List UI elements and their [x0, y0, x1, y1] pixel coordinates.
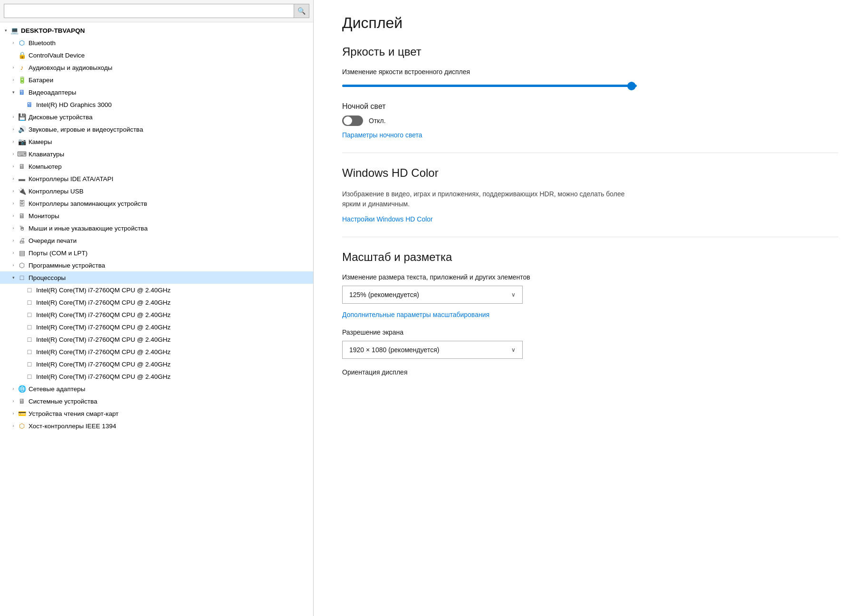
- tree-item-system_dev[interactable]: › 🖥 Системные устройства: [0, 395, 313, 407]
- tree-item-battery[interactable]: › 🔋 Батареи: [0, 74, 313, 86]
- device-icon: 🔋: [17, 75, 27, 85]
- expander-icon: ›: [10, 152, 17, 156]
- tree-item-cpu7[interactable]: □ Intel(R) Core(TM) i7-2760QM CPU @ 2.40…: [0, 358, 313, 370]
- hdr-settings-link[interactable]: Настройки Windows HD Color: [342, 215, 433, 223]
- tree-item-audio[interactable]: › ♪ Аудиовходы и аудиовыходы: [0, 61, 313, 74]
- resolution-dropdown-chevron: ∨: [511, 346, 516, 353]
- tree-item-ide[interactable]: › ▬ Контроллеры IDE ATA/ATAPI: [0, 173, 313, 185]
- resolution-label: Разрешение экрана: [342, 328, 838, 336]
- device-label: Очереди печати: [29, 237, 311, 244]
- device-label: Мыши и иные указывающие устройства: [29, 225, 311, 232]
- device-icon: 🔌: [17, 186, 27, 196]
- device-icon: 💻: [10, 26, 19, 35]
- device-label: Видеоадаптеры: [29, 89, 311, 96]
- device-icon: ⬡: [17, 421, 27, 431]
- device-label: Контроллеры запоминающих устройств: [29, 200, 311, 207]
- device-icon: ⌨: [17, 149, 27, 159]
- expander-icon: ›: [10, 139, 17, 144]
- tree-item-root[interactable]: ▾ 💻 DESKTOP-TBVAPQN: [0, 24, 313, 37]
- brightness-container: Изменение яркости встроенного дисплея: [342, 68, 838, 91]
- tree-item-processors[interactable]: ▾ □ Процессоры: [0, 271, 313, 284]
- search-input[interactable]: [4, 4, 294, 18]
- tree-item-bluetooth[interactable]: › ⬡ Bluetooth: [0, 37, 313, 49]
- tree-item-mice[interactable]: › 🖱 Мыши и иные указывающие устройства: [0, 222, 313, 234]
- tree-item-usb[interactable]: › 🔌 Контроллеры USB: [0, 185, 313, 197]
- night-light-title: Ночной свет: [342, 102, 838, 111]
- expander-icon: ›: [10, 238, 17, 243]
- expander-icon: ›: [10, 40, 17, 45]
- resolution-value: 1920 × 1080 (рекомендуется): [349, 346, 439, 354]
- device-tree: ▾ 💻 DESKTOP-TBVAPQN › ⬡ Bluetooth 🔒 Cont…: [0, 22, 313, 616]
- device-icon: 🖥: [17, 87, 27, 97]
- tree-item-disk[interactable]: › 💾 Дисковые устройства: [0, 111, 313, 123]
- resolution-dropdown[interactable]: 1920 × 1080 (рекомендуется) ∨: [342, 341, 523, 359]
- brightness-label: Изменение яркости встроенного дисплея: [342, 68, 838, 76]
- search-button[interactable]: 🔍: [294, 4, 309, 18]
- tree-item-computer[interactable]: › 🖥 Компьютер: [0, 160, 313, 173]
- night-light-settings-link[interactable]: Параметры ночного света: [342, 131, 422, 139]
- tree-item-network[interactable]: › 🌐 Сетевые адаптеры: [0, 383, 313, 395]
- tree-item-controlvault[interactable]: 🔒 ControlVault Device: [0, 49, 313, 61]
- tree-item-ieee[interactable]: › ⬡ Хост-контроллеры IEEE 1394: [0, 420, 313, 432]
- page-title-partial: Дисплей: [342, 14, 838, 32]
- tree-item-cpu4[interactable]: □ Intel(R) Core(TM) i7-2760QM CPU @ 2.40…: [0, 321, 313, 333]
- expander-icon: ›: [10, 399, 17, 404]
- device-icon: □: [25, 372, 34, 381]
- device-icon: 💳: [17, 409, 27, 418]
- device-icon: ▤: [17, 248, 27, 258]
- tree-item-smartcard[interactable]: › 💳 Устройства чтения смарт-карт: [0, 407, 313, 420]
- device-manager-panel: 🔍 ▾ 💻 DESKTOP-TBVAPQN › ⬡ Bluetooth 🔒 Co…: [0, 0, 314, 616]
- expander-icon: ›: [10, 250, 17, 255]
- tree-item-software[interactable]: › ⬡ Программные устройства: [0, 259, 313, 271]
- toggle-knob: [344, 116, 352, 125]
- night-light-toggle[interactable]: [342, 116, 363, 126]
- device-icon: 🖥: [25, 100, 34, 109]
- device-icon: □: [25, 359, 34, 369]
- tree-item-cpu1[interactable]: □ Intel(R) Core(TM) i7-2760QM CPU @ 2.40…: [0, 284, 313, 296]
- scale-dropdown[interactable]: 125% (рекомендуется) ∨: [342, 286, 523, 304]
- expander-icon: ›: [10, 164, 17, 169]
- device-label: Камеры: [29, 138, 311, 145]
- tree-item-sound[interactable]: › 🔊 Звуковые, игровые и видеоустройства: [0, 123, 313, 135]
- device-icon: 🔒: [17, 50, 27, 60]
- device-icon: 🖥: [17, 162, 27, 171]
- device-icon: 🖥: [17, 211, 27, 221]
- brightness-section-title: Яркость и цвет: [342, 45, 838, 58]
- expander-icon: ›: [10, 201, 17, 206]
- tree-item-cpu3[interactable]: □ Intel(R) Core(TM) i7-2760QM CPU @ 2.40…: [0, 308, 313, 321]
- device-icon: □: [25, 285, 34, 295]
- device-icon: ⬡: [17, 38, 27, 48]
- expander-icon: ›: [10, 115, 17, 119]
- device-icon: 🖨: [17, 236, 27, 245]
- tree-item-cpu6[interactable]: □ Intel(R) Core(TM) i7-2760QM CPU @ 2.40…: [0, 346, 313, 358]
- device-icon: ⬡: [17, 260, 27, 270]
- tree-item-video_child1[interactable]: 🖥 Intel(R) HD Graphics 3000: [0, 98, 313, 111]
- tree-item-ports[interactable]: › ▤ Порты (COM и LPT): [0, 247, 313, 259]
- divider-1: [342, 153, 838, 153]
- device-icon: □: [25, 322, 34, 332]
- orientation-label: Ориентация дисплея: [342, 368, 838, 376]
- scale-section-title: Масштаб и разметка: [342, 250, 838, 264]
- tree-item-keyboard[interactable]: › ⌨ Клавиатуры: [0, 148, 313, 160]
- device-label: Батареи: [29, 77, 311, 84]
- divider-2: [342, 237, 838, 237]
- device-label: Intel(R) Core(TM) i7-2760QM CPU @ 2.40GH…: [36, 299, 311, 306]
- expander-icon: ▾: [10, 90, 17, 95]
- device-icon: 🖱: [17, 223, 27, 233]
- hdr-section-title: Windows HD Color: [342, 166, 838, 180]
- tree-item-camera[interactable]: › 📷 Камеры: [0, 135, 313, 148]
- tree-item-cpu5[interactable]: □ Intel(R) Core(TM) i7-2760QM CPU @ 2.40…: [0, 333, 313, 346]
- tree-item-cpu8[interactable]: □ Intel(R) Core(TM) i7-2760QM CPU @ 2.40…: [0, 370, 313, 383]
- tree-item-storage[interactable]: › 🗄 Контроллеры запоминающих устройств: [0, 197, 313, 210]
- advanced-scaling-link[interactable]: Дополнительные параметры масштабирования: [342, 311, 489, 318]
- device-icon: □: [25, 347, 34, 356]
- tree-item-video[interactable]: ▾ 🖥 Видеоадаптеры: [0, 86, 313, 98]
- expander-icon: ›: [10, 189, 17, 193]
- expander-icon: ›: [10, 424, 17, 428]
- tree-item-print_queue[interactable]: › 🖨 Очереди печати: [0, 234, 313, 247]
- expander-icon: ›: [10, 411, 17, 416]
- tree-item-monitors[interactable]: › 🖥 Мониторы: [0, 210, 313, 222]
- search-bar: 🔍: [0, 0, 313, 22]
- expander-icon: ›: [10, 386, 17, 391]
- tree-item-cpu2[interactable]: □ Intel(R) Core(TM) i7-2760QM CPU @ 2.40…: [0, 296, 313, 308]
